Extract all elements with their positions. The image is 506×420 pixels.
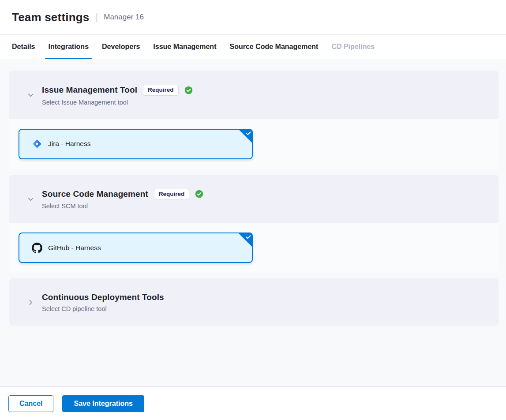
tool-card-github[interactable]: GitHub - Harness [19,232,253,263]
github-icon [32,243,42,253]
success-check-icon [195,190,203,198]
integrations-panel: Issue Management Tool Required Select Is… [0,59,506,386]
section-issue-management-header[interactable]: Issue Management Tool Required Select Is… [9,71,499,119]
page-context-label: Manager 16 [104,13,144,22]
section-title: Continuous Deployment Tools [42,292,164,302]
required-badge: Required [143,85,179,96]
section-cd-tools: Continuous Deployment Tools Select CD pi… [9,278,499,326]
tab-source-code-management[interactable]: Source Code Management [229,35,318,59]
required-badge: Required [154,189,190,200]
section-header-text: Continuous Deployment Tools Select CD pi… [42,292,164,312]
success-check-icon [184,86,193,94]
section-scm-body: GitHub - Harness [9,223,499,273]
tool-card-jira[interactable]: Jira - Harness [19,129,253,159]
tab-bar: Details Integrations Developers Issue Ma… [0,34,506,59]
title-separator: | [96,11,98,22]
selected-check-icon [245,130,251,136]
section-issue-management: Issue Management Tool Required Select Is… [9,71,499,169]
section-header-text: Issue Management Tool Required Select Is… [42,85,193,106]
tab-cd-pipelines: CD Pipelines [331,35,375,59]
section-subtitle: Select CD pipeline tool [42,305,164,312]
section-header-text: Source Code Management Required Select S… [42,189,203,210]
jira-icon [32,139,42,149]
chevron-right-icon [27,299,34,306]
tool-card-label: GitHub - Harness [48,244,101,252]
save-integrations-button[interactable]: Save Integrations [62,395,144,412]
tab-developers[interactable]: Developers [102,35,140,59]
section-issue-management-body: Jira - Harness [9,119,499,169]
section-subtitle: Select SCM tool [42,202,203,210]
section-subtitle: Select Issue Management tool [42,99,193,106]
section-scm-header[interactable]: Source Code Management Required Select S… [9,175,499,223]
action-footer: Cancel Save Integrations [0,386,506,420]
cancel-button[interactable]: Cancel [8,395,53,412]
tool-card-label: Jira - Harness [48,140,90,148]
section-cd-tools-header[interactable]: Continuous Deployment Tools Select CD pi… [9,278,499,326]
chevron-down-icon [27,91,34,99]
selected-check-icon [245,234,251,240]
tab-details[interactable]: Details [12,35,35,59]
tab-integrations[interactable]: Integrations [48,35,89,59]
page-header: Team settings | Manager 16 [0,0,506,34]
page-title: Team settings [12,11,90,24]
section-title: Source Code Management [42,189,148,199]
tab-issue-management[interactable]: Issue Management [153,35,216,59]
section-title: Issue Management Tool [42,85,137,95]
selected-corner-badge [238,129,253,144]
selected-corner-badge [238,232,253,248]
chevron-down-icon [27,195,34,203]
section-source-code-management: Source Code Management Required Select S… [9,175,499,273]
